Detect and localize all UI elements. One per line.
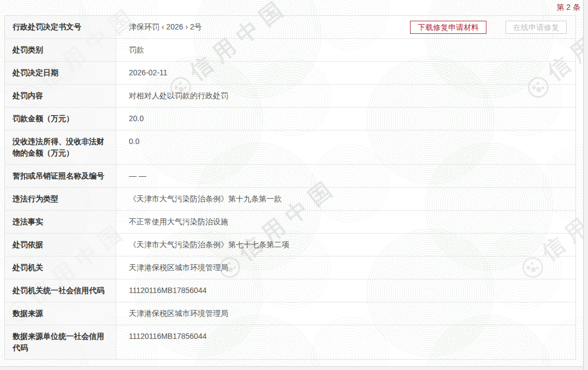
row-label: 没收违法所得、没收非法财物的金额（万元）	[5, 130, 116, 164]
row-label: 数据来源	[5, 302, 116, 325]
row-label: 处罚决定日期	[5, 62, 116, 84]
table-row: 违法事实 不正常使用大气污染防治设施	[5, 211, 575, 234]
table-row: 没收违法所得、没收非法财物的金额（万元） 0.0	[5, 130, 575, 165]
record-counter: 第 2 条	[556, 3, 580, 13]
table-row: 处罚依据 《天津市大气污染防治条例》第七十七条第二项	[5, 234, 575, 256]
row-label: 数据来源单位统一社会信用代码	[5, 325, 116, 359]
row-value: 罚款	[116, 39, 575, 61]
row-label: 处罚机关统一社会信用代码	[5, 279, 116, 302]
table-row: 处罚内容 对相对人处以罚款的行政处罚	[5, 85, 575, 108]
row-label: 处罚依据	[5, 234, 116, 256]
row-value: 11120116MB17856044	[116, 325, 575, 359]
table-row: 处罚机关 天津港保税区城市环境管理局	[5, 256, 575, 279]
penalty-table: 行政处罚决定书文号 津保环罚 ‹ 2026 › 2号 处罚类别 罚款 处罚决定日…	[4, 15, 576, 360]
right-scroll-strip[interactable]	[583, 0, 588, 370]
table-row: 罚款金额（万元） 20.0	[5, 108, 575, 130]
row-label: 处罚类别	[5, 39, 116, 61]
row-value: 天津港保税区城市环境管理局	[116, 302, 575, 325]
repair-actions: 下载修复申请材料 在线申请修复	[410, 21, 567, 34]
row-label: 违法行为类型	[5, 188, 116, 210]
row-value: 《天津市大气污染防治条例》第十九条第一款	[116, 188, 575, 210]
row-value: 0.0	[116, 130, 575, 164]
row-value: 20.0	[116, 108, 575, 130]
row-value: 对相对人处以罚款的行政处罚	[116, 85, 575, 107]
row-label: 处罚内容	[5, 85, 116, 107]
online-repair-apply-button[interactable]: 在线申请修复	[506, 21, 567, 34]
row-label: 行政处罚决定书文号	[5, 16, 116, 38]
download-repair-material-button[interactable]: 下载修复申请材料	[410, 21, 486, 34]
row-label: 违法事实	[5, 211, 116, 233]
row-value: 天津港保税区城市环境管理局	[116, 256, 575, 279]
row-value: 2026-02-11	[116, 62, 575, 84]
table-row: 处罚决定日期 2026-02-11	[5, 62, 575, 85]
table-row: 数据来源 天津港保税区城市环境管理局	[5, 302, 575, 325]
table-row: 处罚类别 罚款	[5, 39, 575, 62]
row-label: 罚款金额（万元）	[5, 108, 116, 130]
table-row: 违法行为类型 《天津市大气污染防治条例》第十九条第一款	[5, 188, 575, 211]
row-value: 11120116MB17856044	[116, 279, 575, 302]
penalty-record-page: 信用中国信用中国信用中国信用中国信用中国信用中国 第 2 条 行政处罚决定书文号…	[0, 0, 588, 370]
row-value: 不正常使用大气污染防治设施	[116, 211, 575, 233]
table-row: 处罚机关统一社会信用代码 11120116MB17856044	[5, 279, 575, 302]
row-value: — —	[116, 165, 575, 187]
row-label: 处罚机关	[5, 256, 116, 279]
footer-divider-strip	[0, 366, 588, 370]
row-label: 暂扣或吊销证照名称及编号	[5, 165, 116, 187]
table-row: 数据来源单位统一社会信用代码 11120116MB17856044	[5, 325, 575, 359]
row-value: 《天津市大气污染防治条例》第七十七条第二项	[116, 234, 575, 256]
table-row: 暂扣或吊销证照名称及编号 — —	[5, 165, 575, 188]
